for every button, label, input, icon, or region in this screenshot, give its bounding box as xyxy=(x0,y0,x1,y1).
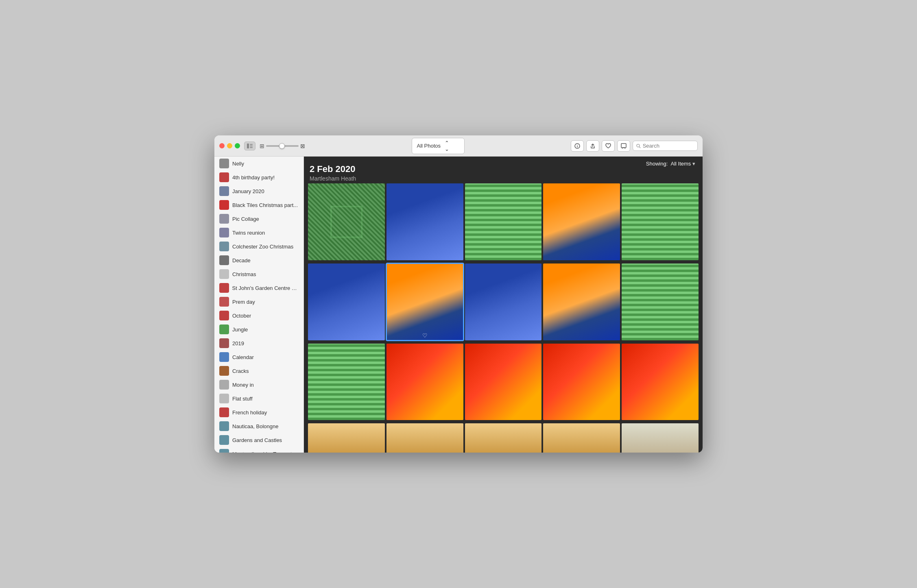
sidebar-item-nauticaa[interactable]: Nauticaa, Bolongne xyxy=(214,419,303,433)
slideshow-button[interactable] xyxy=(617,140,630,152)
sidebar-item-twins-reunion[interactable]: Twins reunion xyxy=(214,226,303,240)
photo-date-header: 2 Feb 2020 Martlesham Heath xyxy=(308,161,699,183)
minimize-button[interactable] xyxy=(227,143,232,148)
sidebar: Nelly 4th birthday party! January 2020 B… xyxy=(214,157,304,453)
photo-date-title: 2 Feb 2020 xyxy=(310,164,697,174)
close-button[interactable] xyxy=(219,143,225,148)
traffic-lights xyxy=(219,143,240,148)
sidebar-item-october[interactable]: October xyxy=(214,309,303,322)
sidebar-item-flat-stuff[interactable]: Flat stuff xyxy=(214,392,303,405)
sidebar-label-cracks: Cracks xyxy=(232,368,249,374)
photo-image-p9 xyxy=(543,264,620,340)
sidebar-thumb-decade xyxy=(219,255,229,265)
photo-image-p12 xyxy=(386,344,463,420)
sidebar-item-jungle[interactable]: Jungle xyxy=(214,322,303,336)
photo-cell-p15[interactable] xyxy=(622,344,699,420)
photo-cell-p6[interactable] xyxy=(308,264,385,340)
sidebar-thumb-flat-stuff xyxy=(219,394,229,403)
sidebar-thumb-4th-birthday xyxy=(219,172,229,182)
sidebar-label-st-johns: St John's Garden Centre C... xyxy=(232,285,299,291)
heart-icon xyxy=(605,143,611,149)
search-input[interactable] xyxy=(643,143,694,149)
photo-cell-p14[interactable] xyxy=(543,344,620,420)
sidebar-thumb-nelly xyxy=(219,159,229,168)
sidebar-thumb-calendar xyxy=(219,352,229,362)
search-icon xyxy=(636,144,641,148)
photo-cell-p4[interactable] xyxy=(543,183,620,260)
photo-image-p13 xyxy=(465,344,542,420)
photo-image-p15 xyxy=(622,344,699,420)
sidebar-item-january-2020[interactable]: January 2020 xyxy=(214,184,303,198)
info-button[interactable]: i xyxy=(571,140,584,152)
photo-image-p19 xyxy=(543,423,620,453)
sidebar-thumb-nauticaa xyxy=(219,421,229,431)
photo-grid-row-2: ♡ xyxy=(308,264,699,340)
showing-bar: Showing: All Items ▾ xyxy=(646,161,695,167)
favorite-button[interactable] xyxy=(602,140,615,152)
photo-cell-p8[interactable] xyxy=(465,264,542,340)
photo-cell-p16[interactable] xyxy=(308,423,385,453)
sidebar-toggle-button[interactable] xyxy=(244,142,255,150)
sidebar-thumb-colchester-zoo xyxy=(219,242,229,251)
photo-cell-p18[interactable]: 1:30 xyxy=(465,423,542,453)
photo-image-p1 xyxy=(308,183,385,260)
maximize-button[interactable] xyxy=(235,143,240,148)
photo-image-p7 xyxy=(386,264,463,340)
photo-cell-p19[interactable]: 0:16 xyxy=(543,423,620,453)
sidebar-item-montreuil[interactable]: Montreuil and Le Touquet xyxy=(214,447,303,453)
sidebar-item-4th-birthday[interactable]: 4th birthday party! xyxy=(214,170,303,184)
sidebar-item-cracks[interactable]: Cracks xyxy=(214,364,303,378)
photo-cell-p2[interactable] xyxy=(386,183,463,260)
photo-cell-p11[interactable] xyxy=(308,344,385,420)
sidebar-label-october: October xyxy=(232,313,251,319)
photo-cell-p7[interactable]: ♡ xyxy=(386,264,463,340)
sidebar-item-prem-day[interactable]: Prem day xyxy=(214,295,303,309)
sidebar-item-french-holiday[interactable]: French holiday xyxy=(214,405,303,419)
titlebar-center: All Photos ⌃⌄ xyxy=(309,138,567,154)
photo-area: Showing: All Items ▾ 2 Feb 2020 Martlesh… xyxy=(304,157,703,453)
sidebar-thumb-prem-day xyxy=(219,297,229,307)
photo-cell-p17[interactable] xyxy=(386,423,463,453)
photo-cell-p1[interactable] xyxy=(308,183,385,260)
sidebar-thumb-money-in xyxy=(219,380,229,390)
sidebar-item-nelly[interactable]: Nelly xyxy=(214,157,303,170)
sidebar-item-christmas[interactable]: Christmas xyxy=(214,267,303,281)
sidebar-item-calendar[interactable]: Calendar xyxy=(214,350,303,364)
photo-image-p5 xyxy=(622,183,699,260)
sidebar-item-colchester-zoo[interactable]: Colchester Zoo Christmas xyxy=(214,240,303,253)
sidebar-item-decade[interactable]: Decade xyxy=(214,253,303,267)
photo-image-p18 xyxy=(465,423,542,453)
grid-large-icon: ⊠ xyxy=(300,143,305,149)
search-box[interactable] xyxy=(633,141,698,151)
sidebar-label-pic-collage: Pic Collage xyxy=(232,216,259,222)
sidebar-item-pic-collage[interactable]: Pic Collage xyxy=(214,212,303,226)
showing-value[interactable]: All Items xyxy=(671,161,691,167)
zoom-slider-track[interactable] xyxy=(266,145,299,147)
photo-content-p1 xyxy=(323,199,369,245)
photo-cell-p13[interactable] xyxy=(465,344,542,420)
zoom-slider-thumb[interactable] xyxy=(279,143,285,149)
sidebar-thumb-january-2020 xyxy=(219,186,229,196)
share-button[interactable] xyxy=(586,140,599,152)
sidebar-item-2019[interactable]: 2019 xyxy=(214,336,303,350)
photo-cell-p12[interactable] xyxy=(386,344,463,420)
sidebar-thumb-cracks xyxy=(219,366,229,376)
photo-cell-p10[interactable] xyxy=(622,264,699,340)
svg-rect-0 xyxy=(247,144,249,148)
photo-grid-row-4: 1:30 0:16 xyxy=(308,423,699,453)
sidebar-label-money-in: Money in xyxy=(232,382,254,388)
photo-image-p8 xyxy=(465,264,542,340)
svg-rect-1 xyxy=(250,144,253,145)
sidebar-item-st-johns[interactable]: St John's Garden Centre C... xyxy=(214,281,303,295)
sidebar-item-gardens-castles[interactable]: Gardens and Castles xyxy=(214,433,303,447)
photo-cell-p9[interactable] xyxy=(543,264,620,340)
zoom-slider-area: ⊞ ⊠ xyxy=(260,143,305,149)
photo-cell-p3[interactable] xyxy=(465,183,542,260)
sidebar-item-money-in[interactable]: Money in xyxy=(214,378,303,392)
photo-cell-p5[interactable] xyxy=(622,183,699,260)
sidebar-item-black-tiles[interactable]: Black Tiles Christmas part... xyxy=(214,198,303,212)
sidebar-label-2019: 2019 xyxy=(232,340,244,346)
sidebar-thumb-montreuil xyxy=(219,449,229,453)
view-dropdown[interactable]: All Photos ⌃⌄ xyxy=(412,138,465,154)
photo-cell-p20[interactable] xyxy=(622,423,699,453)
